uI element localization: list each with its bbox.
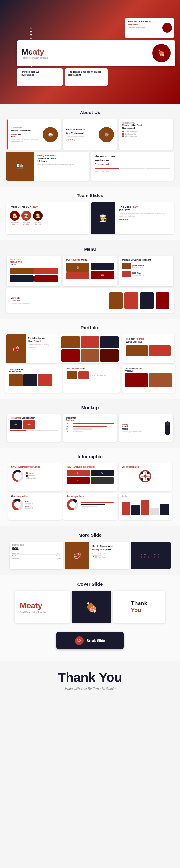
portfolio-title: Portfolio [3, 325, 177, 330]
more-section: More Slide Pricing Table 590/- Basic Pla… [0, 526, 180, 576]
more-slide-pricing: Pricing Table 590/- Basic Plan$9.99 Pro … [10, 542, 63, 569]
break-slide: 🍽 Break Slide [56, 632, 124, 649]
infographic-slide-4: Analysis [119, 493, 172, 520]
about-slide-theReason: The Reason Weare the BestRestaurant Qual… [91, 152, 174, 181]
infographic-section: Infographic SWOT Analysis Infographics S… [0, 448, 180, 526]
more-title: More Slide [3, 532, 177, 537]
infographic-slide-swot3: Our Infographics [119, 463, 172, 491]
about-slide-welcome: Welcome to Meaty Restaurant Meaty BestFo… [7, 119, 61, 150]
final-subtitle: Made with love By Ermedia Studio [6, 687, 174, 690]
team-slide-best: 👨‍🍳 The Best Team We Have Our team of ex… [91, 202, 174, 234]
hero-delivery-slide: Fast and Safe Food Delivery Fast deliver… [125, 18, 174, 38]
infographic-slide-swot1: SWOT Analysis Infographics Strength Weak… [8, 463, 62, 491]
menu-slide-favorite: Our Favorite Menu 🍝 🥩 [63, 256, 117, 286]
infographic-slide-swot2: SWOT Analysis Infographics S W O T [63, 463, 117, 491]
svg-point-10 [147, 478, 149, 480]
mockup-slide-ratings: Customer Ratings 5★ 4★ 3★ [63, 414, 117, 442]
break-icon: 🍽 [75, 637, 84, 645]
menu-slide-at-restaurant: Menus at Our Restaurant Steak Special Be… [119, 256, 173, 286]
infographic-slide-donut2: Our Infographics [63, 493, 117, 520]
menu-slide-dessert: Various Dessert Explore our sweet select… [6, 288, 174, 313]
cover-meaty-slide: Meaty Food Presentation Template [15, 591, 70, 623]
mockup-slide-social: Meaty Social Media Follow us @meatyresta… [119, 414, 173, 442]
more-slide-contact: 🥩 Get In Touch WithMeaty Company 📞 +1 23… [65, 542, 129, 569]
main-meaty-card: Meaty Food Presentation Template 🍖 [17, 40, 175, 66]
hero-portfolio-slide: Portfolio that We Have Owned [17, 68, 63, 86]
team-section: Team Slides Introducing Our Team 👨‍🍳 Che… [0, 187, 180, 240]
infographic-title: Infographic [3, 454, 177, 459]
about-section: About Us Welcome to Meaty Restaurant Mea… [0, 104, 180, 187]
portfolio-slide-best: The Best PortfolioWe've Ever Had [122, 334, 174, 363]
cover-thankyou-slide: Thank You [113, 591, 165, 623]
cover-section: Cover Slide Meaty Food Presentation Temp… [0, 576, 180, 661]
portfolio-slide-1: 🥩 Portfolio that WeHave Owned Our finest… [6, 334, 58, 363]
portfolio-slide-gallery: Gallery that WeHave Owned [5, 365, 62, 393]
infographic-slide-donut1: Our Infographics 45% Category A 30% Cat [8, 493, 62, 520]
svg-point-6 [144, 475, 147, 478]
svg-point-9 [141, 478, 143, 480]
more-slide-dark: ABC DEF 123 456 [131, 542, 171, 569]
about-slide-favorite: Favorite Food inOur Restaurant Lorem ips… [63, 119, 117, 150]
mockup-section: Mockup Restaurant Collaboration +190 +50… [0, 399, 180, 448]
portfolio-slide-favorite-menu: Our Favorite Menu Top picks from our che… [63, 365, 120, 393]
hero-section: KEYNOTE TEMPLATE Fast and Safe Food Deli… [0, 0, 180, 104]
portfolio-slide-best-gallery: The Best GalleryWe Have [122, 365, 175, 393]
svg-point-7 [141, 472, 143, 474]
final-section: Thank You Made with love By Ermedia Stud… [0, 661, 180, 703]
hero-reason-slide: The Reason We are the Best Restaurant [65, 68, 108, 86]
menu-title: Menu [3, 247, 177, 252]
svg-point-8 [147, 472, 149, 474]
team-title: Team Slides [3, 193, 177, 198]
about-slide-reasons: Reasons why Meaty is the Best Restaurant… [119, 119, 173, 150]
mockup-title: Mockup [3, 405, 177, 410]
menu-slide-some: Some of the Menus We Have [7, 256, 61, 286]
about-slide-20years: 🍱 Meaty Has Been Around For Over 20 Year… [6, 152, 89, 181]
final-title: Thank You [6, 670, 174, 685]
break-text: Break Slide [87, 639, 105, 643]
cover-food-slide: 🍖 [72, 591, 111, 623]
about-title: About Us [3, 110, 177, 115]
menu-section: Menu Some of the Menus We Have Our Favor… [0, 240, 180, 319]
team-slide-intro: Introducing Our Team 👨‍🍳 Chef Marco ★★★★… [6, 202, 89, 234]
cover-title: Cover Slide [3, 582, 177, 587]
portfolio-slide-food-grid [59, 334, 121, 363]
mockup-slide-collab: Restaurant Collaboration +190 +500 [7, 414, 61, 442]
portfolio-section: Portfolio 🥩 Portfolio that WeHave Owned … [0, 319, 180, 399]
